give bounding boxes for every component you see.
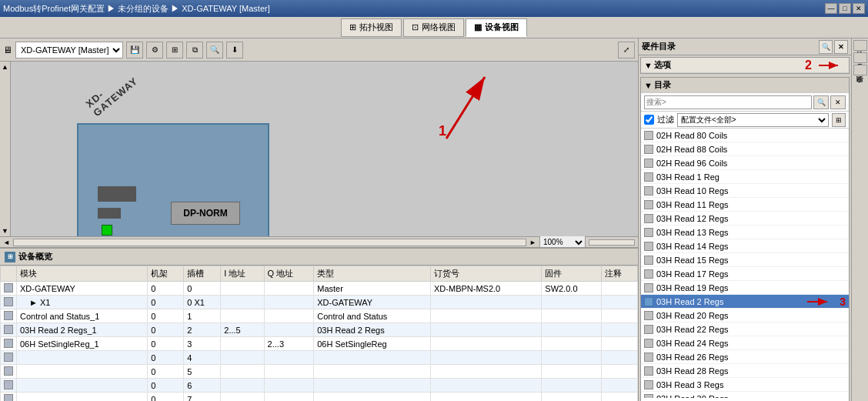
- catalog-item[interactable]: 03H Read 1 Reg: [641, 170, 849, 184]
- filter-checkbox[interactable]: [644, 115, 654, 125]
- row-icon: [1, 309, 17, 323]
- row-comment: [601, 323, 637, 337]
- catalog-item[interactable]: 03H Read 14 Regs: [641, 239, 849, 253]
- table-row[interactable]: 06H SetSingleReg_1 0 3 2...3 06H SetSing…: [1, 337, 638, 351]
- filter-label: 过滤: [657, 114, 674, 125]
- catalog-item[interactable]: 03H Read 26 Regs: [641, 350, 849, 364]
- catalog-item[interactable]: 03H Read 28 Regs: [641, 364, 849, 378]
- catalog-item[interactable]: 03H Read 12 Regs: [641, 212, 849, 226]
- scroll-left-btn[interactable]: ◄: [3, 239, 10, 246]
- catalog-close-icon[interactable]: ✕: [834, 40, 848, 54]
- catalog-item[interactable]: 03H Read 15 Regs: [641, 253, 849, 267]
- toolbar-expand-icon[interactable]: ⤢: [618, 42, 635, 58]
- catalog-item[interactable]: 03H Read 17 Regs: [641, 267, 849, 281]
- toolbar-download-icon[interactable]: ⬇: [226, 42, 243, 58]
- catalog-item-icon: [644, 394, 653, 399]
- device-selector[interactable]: XD-GATEWAY [Master]: [15, 42, 123, 58]
- row-order: [431, 379, 542, 393]
- catalog-item[interactable]: 03H Read 24 Regs: [641, 336, 849, 350]
- row-icon: [1, 365, 17, 379]
- toolbar-save-icon[interactable]: 💾: [126, 42, 143, 58]
- toolbar-zoom-icon[interactable]: 🔍: [206, 42, 223, 58]
- row-slot: 4: [184, 351, 221, 365]
- catalog-item[interactable]: 03H Read 22 Regs: [641, 322, 849, 336]
- sidebar-properties[interactable]: 特性: [853, 40, 867, 51]
- collapse-icon[interactable]: ▼: [644, 61, 653, 70]
- table-row[interactable]: 03H Read 2 Regs_1 0 2 2...5 03H Read 2 R…: [1, 323, 638, 337]
- catalog-collapse-icon[interactable]: ▼: [644, 81, 653, 90]
- table-row[interactable]: 0 6: [1, 379, 638, 393]
- search-input[interactable]: [644, 95, 812, 109]
- arrow-1-svg: [308, 62, 539, 154]
- filter-icon[interactable]: ⊞: [832, 113, 846, 127]
- catalog-item[interactable]: 03H Read 30 Regs: [641, 392, 849, 398]
- arrow-2-svg: [815, 59, 846, 72]
- row-slot: 1: [184, 309, 221, 323]
- catalog-item[interactable]: 02H Read 96 Coils: [641, 156, 849, 170]
- row-module: [17, 365, 148, 379]
- catalog-item-label: 03H Read 30 Regs: [656, 394, 729, 399]
- scroll-right-btn[interactable]: ►: [529, 239, 536, 246]
- catalog-search-icon[interactable]: 🔍: [819, 40, 833, 54]
- options-title: 选项: [654, 59, 671, 71]
- row-qaddr: 2...3: [264, 337, 314, 351]
- tab-network[interactable]: ⊡ 网络视图: [403, 18, 464, 37]
- row-rack: 0: [148, 282, 184, 296]
- topology-icon: ⊞: [349, 22, 356, 32]
- row-type: 06H SetSingleReg: [314, 337, 431, 351]
- zoom-slider[interactable]: [589, 239, 635, 246]
- catalog-item[interactable]: 03H Read 13 Regs: [641, 226, 849, 239]
- catalog-item[interactable]: 03H Read 20 Regs: [641, 309, 849, 322]
- right-panel-icons: 🔍 ✕: [819, 40, 848, 54]
- catalog-item-label: 03H Read 11 Regs: [656, 200, 729, 209]
- row-rack: 0: [148, 337, 184, 351]
- row-type: [314, 351, 431, 365]
- table-row[interactable]: XD-GATEWAY 0 0 Master XD-MBPN-MS2.0 SW2.…: [1, 282, 638, 296]
- catalog-item-label: 03H Read 12 Regs: [656, 214, 729, 223]
- table-row[interactable]: 0 5: [1, 365, 638, 379]
- tab-device[interactable]: ▦ 设备视图: [466, 18, 527, 37]
- catalog-item[interactable]: 02H Read 80 Coils: [641, 129, 849, 142]
- catalog-item[interactable]: 03H Read 11 Regs: [641, 198, 849, 212]
- row-rack: 0: [148, 365, 184, 379]
- catalog-item-icon: [644, 297, 653, 306]
- table-body: XD-GATEWAY 0 0 Master XD-MBPN-MS2.0 SW2.…: [1, 282, 638, 402]
- row-comment: [601, 337, 637, 351]
- annotation-1: 1: [439, 123, 446, 139]
- sidebar-diagnostics[interactable]: 诊断: [853, 65, 867, 75]
- search-clear-button[interactable]: ✕: [830, 95, 846, 109]
- row-qaddr: [264, 282, 314, 296]
- row-slot: 3: [184, 337, 221, 351]
- scroll-track[interactable]: [13, 239, 526, 246]
- table-row[interactable]: Control and Status_1 0 1 Control and Sta…: [1, 309, 638, 323]
- catalog-item-label: 03H Read 14 Regs: [656, 242, 729, 251]
- filter-select[interactable]: 配置文件<全部>: [677, 113, 829, 127]
- catalog-item[interactable]: 02H Read 88 Coils: [641, 142, 849, 156]
- row-slot: 2: [184, 323, 221, 337]
- table-row[interactable]: 0 4: [1, 351, 638, 365]
- minimize-button[interactable]: —: [825, 3, 837, 14]
- table-row[interactable]: ► X1 0 0 X1 XD-GATEWAY: [1, 296, 638, 309]
- search-button[interactable]: 🔍: [813, 95, 829, 109]
- sidebar-info[interactable]: 信息: [853, 52, 867, 63]
- canvas-scrollbar: ◄ ► 100%: [0, 236, 638, 247]
- row-comment: [601, 351, 637, 365]
- catalog-item[interactable]: 03H Read 10 Regs: [641, 184, 849, 198]
- tab-topology[interactable]: ⊞ 拓扑视图: [341, 18, 402, 37]
- table-row[interactable]: 0 7: [1, 393, 638, 402]
- row-qaddr: [264, 323, 314, 337]
- toolbar-settings-icon[interactable]: ⚙: [146, 42, 163, 58]
- col-module: [1, 266, 17, 282]
- close-button[interactable]: ✕: [853, 3, 865, 14]
- row-order: XD-MBPN-MS2.0: [431, 282, 542, 296]
- maximize-button[interactable]: □: [839, 3, 851, 14]
- catalog-item[interactable]: 03H Read 2 Regs 3: [641, 295, 849, 309]
- row-type: XD-GATEWAY: [314, 296, 431, 309]
- catalog-item-icon: [644, 325, 653, 334]
- toolbar-copy-icon[interactable]: ⧉: [186, 42, 203, 58]
- vertical-scrollbar[interactable]: ▲ ▼: [0, 62, 11, 236]
- toolbar-network-icon[interactable]: ⊞: [166, 42, 183, 58]
- catalog-item[interactable]: 03H Read 19 Regs: [641, 281, 849, 295]
- catalog-item[interactable]: 03H Read 3 Regs: [641, 378, 849, 392]
- row-firmware: [542, 309, 602, 323]
